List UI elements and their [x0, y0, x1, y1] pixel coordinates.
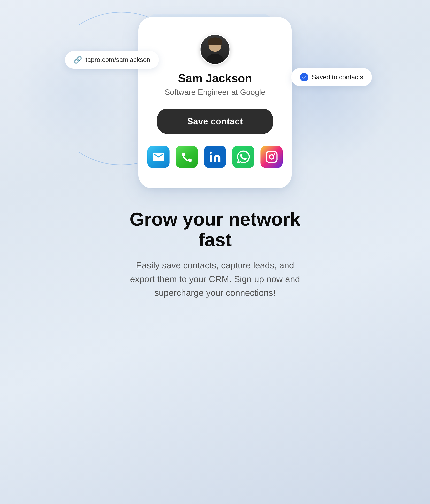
- avatar-body: [206, 54, 224, 64]
- avatar-person: [201, 35, 229, 64]
- url-text: tapro.com/samjackson: [85, 56, 150, 63]
- saved-to-contacts-badge: Saved to contacts: [291, 68, 372, 86]
- whatsapp-svg: [237, 151, 250, 163]
- mail-svg: [152, 151, 165, 163]
- saved-text: Saved to contacts: [312, 73, 363, 81]
- phone-icon-button[interactable]: [176, 146, 198, 168]
- svg-point-3: [274, 153, 275, 155]
- social-icons-row: [147, 146, 283, 168]
- whatsapp-icon-button[interactable]: [232, 146, 254, 168]
- avatar: [200, 34, 230, 65]
- svg-point-0: [210, 152, 212, 154]
- instagram-svg: [265, 151, 278, 163]
- person-title: Software Engineer at Google: [165, 88, 265, 97]
- phone-section: 🔗 tapro.com/samjackson Saved to contacts…: [79, 17, 351, 188]
- svg-rect-1: [266, 152, 277, 162]
- svg-point-2: [270, 155, 274, 159]
- subtext: Easily save contacts, capture leads, and…: [126, 259, 304, 300]
- phone-card: Sam Jackson Software Engineer at Google …: [138, 17, 292, 188]
- check-circle-icon: [300, 73, 308, 81]
- linkedin-svg: [209, 151, 221, 163]
- instagram-icon-button[interactable]: [260, 146, 283, 168]
- link-icon: 🔗: [73, 56, 82, 64]
- headline: Grow your network fast: [123, 209, 307, 250]
- save-contact-button[interactable]: Save contact: [157, 109, 273, 134]
- url-badge: 🔗 tapro.com/samjackson: [65, 51, 159, 69]
- person-name: Sam Jackson: [178, 72, 252, 85]
- bottom-section: Grow your network fast Easily save conta…: [113, 209, 317, 300]
- linkedin-icon-button[interactable]: [204, 146, 226, 168]
- phone-svg: [180, 151, 193, 163]
- mail-icon-button[interactable]: [147, 146, 170, 168]
